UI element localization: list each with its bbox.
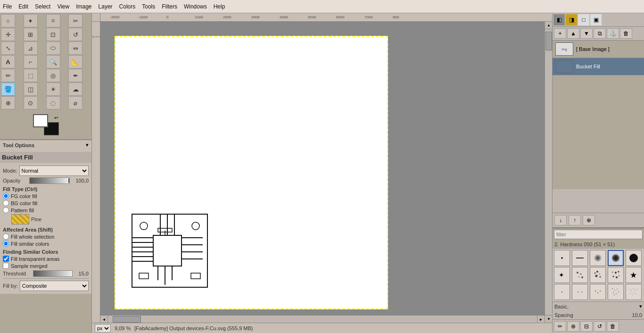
color-picker-tool[interactable]: 🔍	[46, 55, 60, 68]
dodge-burn-tool[interactable]: ☀	[46, 83, 60, 96]
move-tool[interactable]: ✛	[1, 28, 15, 41]
fuzzy-select-tool[interactable]: ⌗	[46, 14, 60, 27]
foreground-color-swatch[interactable]	[33, 114, 48, 127]
brush-item-tiny-3[interactable]	[590, 284, 606, 300]
clone-tool[interactable]: ⊙	[24, 96, 38, 109]
rotate-tool[interactable]: ↺	[68, 28, 83, 41]
horizontal-scrollbar[interactable]: ◄ ►	[100, 315, 545, 323]
warp-transform-tool[interactable]: ⌀	[68, 96, 83, 109]
brush-item-scatter-2[interactable]	[590, 267, 606, 283]
canvas-scroll[interactable]	[100, 22, 545, 315]
pattern-preview-swatch[interactable]	[11, 214, 29, 225]
sample-merged-checkbox[interactable]	[3, 263, 9, 269]
anchor-layer-button[interactable]: ⚓	[607, 28, 619, 39]
opacity-slider[interactable]	[29, 177, 70, 184]
brush-item-star-large[interactable]: ★	[626, 267, 642, 283]
paintbrush-tool[interactable]: ✏	[1, 69, 15, 82]
menu-item-file[interactable]: File	[3, 3, 12, 10]
pattern-fill-radio[interactable]	[3, 207, 9, 213]
layer-item-base-image[interactable]: img [ Base Image ]	[553, 41, 644, 58]
whole-selection-radio[interactable]	[3, 233, 9, 240]
reset-colors-icon[interactable]: ↩	[54, 115, 58, 120]
layer-action-3[interactable]: ⊕	[583, 215, 595, 225]
rp-icon-4[interactable]: ▣	[590, 14, 602, 25]
airbrush-tool[interactable]: ◎	[46, 69, 60, 82]
text-tool[interactable]: A	[1, 55, 15, 68]
similar-colors-radio[interactable]	[3, 241, 9, 247]
menu-item-help[interactable]: Help	[214, 3, 225, 10]
layer-action-1[interactable]: ↓	[554, 215, 567, 225]
menu-item-colors[interactable]: Colors	[119, 3, 136, 10]
layer-action-2[interactable]: ↑	[569, 215, 581, 225]
blend-tool[interactable]: ◫	[24, 83, 38, 96]
raise-layer-button[interactable]: ▲	[567, 28, 579, 39]
scale-tool[interactable]: ⤡	[1, 42, 15, 55]
shear-tool[interactable]: ⊿	[24, 42, 38, 55]
brush-item-tiny-1[interactable]	[554, 284, 570, 300]
brush-action-2[interactable]: ⊕	[567, 321, 579, 332]
fg-color-fill-radio[interactable]	[3, 193, 9, 199]
brush-item-hard-large[interactable]	[626, 250, 642, 266]
brush-action-4[interactable]: ↺	[594, 321, 606, 332]
free-select-tool[interactable]: ✦	[24, 14, 38, 27]
new-layer-button[interactable]: +	[554, 28, 566, 39]
menu-item-tools[interactable]: Tools	[142, 3, 155, 10]
layer-item-bucket-fill[interactable]: Bucket Fill	[553, 58, 644, 75]
brush-item-scatter-fine[interactable]	[608, 284, 624, 300]
hscroll-thumb[interactable]	[113, 316, 141, 323]
hscroll-left-arrow[interactable]: ◄	[100, 316, 108, 323]
menu-item-image[interactable]: Image	[76, 3, 91, 10]
brush-item-dot-small[interactable]	[554, 250, 570, 266]
path-tool[interactable]: ⌐	[24, 55, 38, 68]
threshold-slider[interactable]	[33, 270, 73, 277]
brush-item-scatter-dense[interactable]	[626, 284, 642, 300]
bg-color-fill-radio[interactable]	[3, 200, 9, 206]
measure-tool[interactable]: 📐	[68, 55, 83, 68]
menu-item-windows[interactable]: Windows	[184, 3, 207, 10]
brush-item-tiny-2[interactable]	[572, 284, 588, 300]
delete-layer-button[interactable]: 🗑	[620, 28, 632, 39]
smudge-tool[interactable]: ☁	[68, 83, 83, 96]
menu-item-view[interactable]: View	[57, 3, 69, 10]
heal-tool[interactable]: ⊕	[1, 96, 15, 109]
pencil-tool[interactable]: ✒	[68, 69, 83, 82]
rp-icon-3[interactable]: □	[578, 14, 589, 25]
brush-item-dash[interactable]	[572, 250, 588, 266]
crop-tool[interactable]: ⊡	[46, 28, 60, 41]
lower-layer-button[interactable]: ▼	[580, 28, 593, 39]
brush-filter-input[interactable]	[554, 230, 643, 239]
rp-icon-1[interactable]: ◧	[553, 14, 565, 25]
brush-action-3[interactable]: ⊟	[580, 321, 593, 332]
vscroll-up-arrow[interactable]: ▲	[545, 22, 552, 29]
convolve-tool[interactable]: ◌	[46, 96, 60, 109]
vertical-scrollbar[interactable]: ▲ ▼	[545, 22, 552, 323]
align-tool[interactable]: ⊞	[24, 28, 38, 41]
brush-item-scatter-3[interactable]	[608, 267, 624, 283]
bucket-fill-tool[interactable]: 🪣	[1, 83, 15, 96]
brush-item-scatter-1[interactable]	[572, 267, 588, 283]
rp-icon-2[interactable]: ◨	[566, 14, 577, 25]
brushes-more-icon[interactable]: ▾	[639, 303, 642, 309]
vscroll-track[interactable]	[545, 29, 552, 315]
scissors-select-tool[interactable]: ✂	[68, 14, 83, 27]
canvas-image[interactable]	[115, 36, 388, 309]
duplicate-layer-button[interactable]: ⧉	[594, 28, 606, 39]
brush-item-star[interactable]: ✦	[554, 267, 570, 283]
fill-transparent-checkbox[interactable]	[3, 256, 9, 262]
menu-item-edit[interactable]: Edit	[18, 3, 28, 10]
menu-item-layer[interactable]: Layer	[99, 3, 113, 10]
hscroll-right-arrow[interactable]: ►	[537, 316, 545, 323]
flip-tool[interactable]: ⇔	[68, 42, 83, 55]
vscroll-down-arrow[interactable]: ▼	[545, 315, 552, 323]
fill-by-select[interactable]: Composite	[20, 281, 89, 291]
eraser-tool[interactable]: ⬚	[24, 69, 38, 82]
mode-select[interactable]: Normal	[19, 166, 89, 176]
brush-item-hardness-050[interactable]	[608, 250, 624, 266]
unit-select[interactable]: px	[95, 324, 111, 333]
brush-action-1[interactable]: ✏	[554, 321, 566, 332]
perspective-tool[interactable]: ⬭	[46, 42, 60, 55]
brush-item-soft-medium[interactable]	[590, 250, 606, 266]
menu-item-filters[interactable]: Filters	[162, 3, 177, 10]
menu-item-select[interactable]: Select	[35, 3, 50, 10]
tool-options-collapse-icon[interactable]: ▾	[86, 142, 89, 148]
